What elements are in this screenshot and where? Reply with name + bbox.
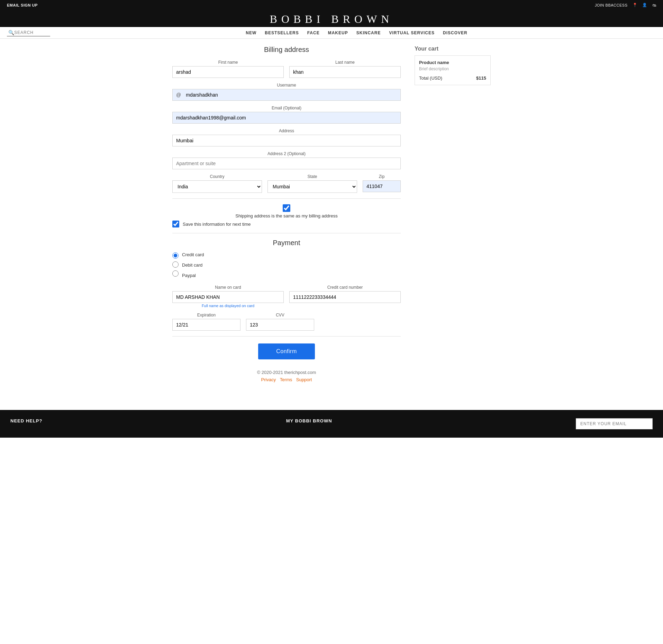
cart-box: Product name Brief description Total (US…	[415, 55, 491, 85]
email-signup-link[interactable]: EMAIL SIGN UP	[7, 3, 38, 7]
name-on-card-helper: Full name as displayed on card	[172, 304, 284, 308]
paypal-radio[interactable]	[172, 270, 179, 277]
paypal-label: Paypal	[182, 272, 204, 279]
cvv-group: CVV	[246, 313, 314, 331]
payment-options: Credit card Debit card Paypal	[172, 251, 401, 279]
support-link[interactable]: Support	[296, 377, 312, 382]
first-name-label: First name	[172, 60, 284, 65]
email-input[interactable]	[172, 112, 401, 124]
footer-email-col	[576, 418, 653, 429]
account-icon[interactable]: 👤	[642, 3, 647, 7]
shipping-same-wrapper	[172, 204, 401, 212]
username-label: Username	[172, 83, 401, 88]
name-on-card-label: Name on card	[172, 285, 284, 290]
save-info-row: Save this information for next time	[172, 221, 401, 227]
first-name-input[interactable]	[172, 66, 284, 78]
payment-label-column: Credit card Debit card Paypal	[182, 251, 204, 279]
bag-icon[interactable]: 🛍	[652, 3, 656, 7]
top-bar: EMAIL SIGN UP JOIN BBACCESS 📍 👤 🛍	[0, 0, 663, 10]
nav-makeup[interactable]: MAKEUP	[328, 30, 348, 35]
name-row: First name Last name	[172, 60, 401, 78]
nav-skincare[interactable]: SKINCARE	[356, 30, 381, 35]
search-icon: 🔍	[8, 30, 14, 35]
first-name-group: First name	[172, 60, 284, 78]
cart-title: Your cart	[415, 46, 491, 52]
nav-discover[interactable]: DISCOVER	[443, 30, 467, 35]
footer-help-title: NEED HELP?	[10, 418, 42, 423]
divider-1	[172, 198, 401, 199]
search-input[interactable]	[14, 30, 49, 35]
address-input[interactable]	[172, 135, 401, 146]
search-box[interactable]: 🔍	[7, 29, 50, 36]
logo-bar: BOBBI BROWN	[0, 10, 663, 27]
terms-link[interactable]: Terms	[280, 377, 292, 382]
form-section: Billing address First name Last name Use…	[172, 46, 401, 389]
cart-section: Your cart Product name Brief description…	[415, 46, 491, 389]
last-name-input[interactable]	[289, 66, 401, 78]
card-row: Name on card Full name as displayed on c…	[172, 285, 401, 308]
exp-cvv-row: Expiration CVV	[172, 313, 276, 331]
at-sign: @	[173, 89, 184, 100]
expiration-group: Expiration	[172, 313, 240, 331]
zip-label: Zip	[363, 174, 401, 179]
credit-card-label: Credit card	[182, 251, 204, 259]
footer-my-title: MY BOBBI BROWN	[286, 418, 332, 423]
cvv-input[interactable]	[246, 319, 314, 331]
name-on-card-group: Name on card Full name as displayed on c…	[172, 285, 284, 308]
card-number-label: Credit card number	[289, 285, 401, 290]
zip-input[interactable]	[363, 180, 401, 192]
footer-help: NEED HELP?	[10, 418, 42, 423]
cvv-label: CVV	[246, 313, 314, 317]
state-label: State	[267, 174, 357, 179]
footer-email-input[interactable]	[576, 419, 652, 429]
footer-links: © 2020-2021 therichpost.com Privacy Term…	[172, 370, 401, 382]
cart-total-label: Total (USD)	[419, 75, 442, 81]
debit-card-radio[interactable]	[172, 261, 179, 268]
credit-card-radio[interactable]	[172, 252, 179, 259]
brand-logo[interactable]: BOBBI BROWN	[0, 13, 663, 26]
join-bbaccess-link[interactable]: JOIN BBACCESS	[595, 3, 628, 7]
username-group: Username @	[172, 83, 401, 101]
address-label: Address	[172, 128, 401, 133]
expiration-label: Expiration	[172, 313, 240, 317]
address2-input[interactable]	[172, 158, 401, 169]
expiration-input[interactable]	[172, 319, 240, 331]
payment-title: Payment	[172, 239, 401, 247]
nav-face[interactable]: FACE	[307, 30, 320, 35]
address-group: Address	[172, 128, 401, 146]
bottom-footer: NEED HELP? MY BOBBI BROWN	[0, 410, 663, 438]
last-name-label: Last name	[289, 60, 401, 65]
main-nav: NEW BESTSELLERS FACE MAKEUP SKINCARE VIR…	[57, 30, 656, 35]
cart-product-name: Product name	[419, 60, 486, 65]
state-group: State Mumbai Delhi Bangalore	[267, 174, 357, 193]
nav-bestsellers[interactable]: BESTSELLERS	[265, 30, 299, 35]
nav-new[interactable]: NEW	[246, 30, 256, 35]
nav-virtual-services[interactable]: VIRTUAL SERVICES	[389, 30, 435, 35]
username-wrapper: @	[172, 89, 401, 101]
divider-3	[172, 336, 401, 337]
state-select[interactable]: Mumbai Delhi Bangalore	[267, 180, 357, 193]
card-number-input[interactable]	[289, 291, 401, 303]
radio-column	[172, 251, 179, 277]
zip-group: Zip	[363, 174, 401, 193]
cart-total-row: Total (USD) $115	[419, 75, 486, 81]
shipping-same-checkbox[interactable]	[283, 204, 290, 212]
footer-my-bobbi: MY BOBBI BROWN	[286, 418, 332, 423]
divider-2	[172, 233, 401, 233]
username-input[interactable]	[184, 89, 400, 100]
billing-title: Billing address	[172, 46, 401, 54]
country-select[interactable]: India USA UK	[172, 180, 262, 193]
location-icon: 📍	[633, 3, 638, 7]
card-number-group: Credit card number	[289, 285, 401, 308]
address2-label: Address 2 (Optional)	[172, 151, 401, 156]
country-group: Country India USA UK	[172, 174, 262, 193]
privacy-link[interactable]: Privacy	[261, 377, 276, 382]
save-info-checkbox[interactable]	[172, 221, 179, 227]
cart-total-amount: $115	[476, 75, 486, 81]
country-label: Country	[172, 174, 262, 179]
location-row: Country India USA UK State Mumbai Delhi …	[172, 174, 401, 193]
shipping-same-label: Shipping address is the same as my billi…	[172, 213, 401, 218]
debit-card-label: Debit card	[182, 261, 204, 269]
name-on-card-input[interactable]	[172, 291, 284, 303]
confirm-button[interactable]: Confirm	[258, 343, 315, 359]
